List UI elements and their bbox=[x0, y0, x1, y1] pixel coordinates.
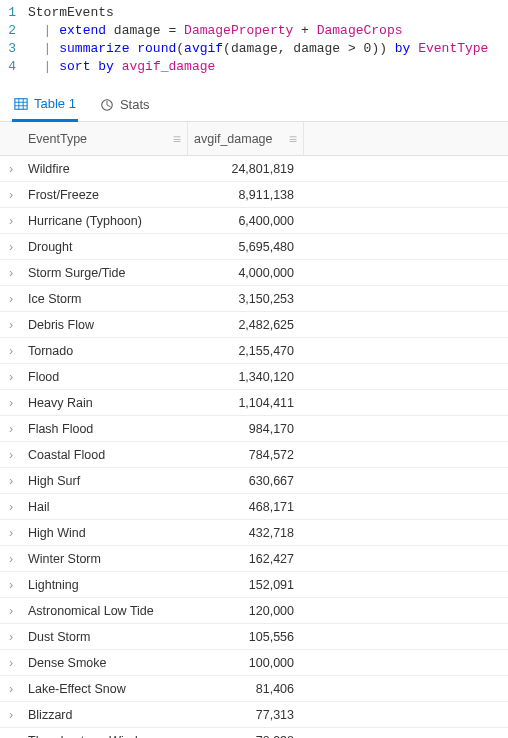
chevron-right-icon: › bbox=[9, 578, 13, 592]
chevron-right-icon: › bbox=[9, 422, 13, 436]
cell-event-type: Thunderstorm Wind bbox=[22, 734, 188, 739]
cell-avgif-damage: 2,155,470 bbox=[188, 344, 304, 358]
table-row[interactable]: ›Dense Smoke100,000 bbox=[0, 650, 508, 676]
chevron-right-icon: › bbox=[9, 708, 13, 722]
code-line[interactable]: 2 | extend damage = DamageProperty + Dam… bbox=[0, 22, 508, 40]
cell-event-type: Frost/Freeze bbox=[22, 188, 188, 202]
expand-row-button[interactable]: › bbox=[0, 630, 22, 644]
table-row[interactable]: ›Frost/Freeze8,911,138 bbox=[0, 182, 508, 208]
cell-avgif-damage: 432,718 bbox=[188, 526, 304, 540]
tab-table-label: Table 1 bbox=[34, 96, 76, 111]
table-row[interactable]: ›Hurricane (Typhoon)6,400,000 bbox=[0, 208, 508, 234]
chevron-right-icon: › bbox=[9, 500, 13, 514]
grid-body: ›Wildfire24,801,819›Frost/Freeze8,911,13… bbox=[0, 156, 508, 738]
expand-row-button[interactable]: › bbox=[0, 552, 22, 566]
cell-avgif-damage: 8,911,138 bbox=[188, 188, 304, 202]
cell-event-type: Coastal Flood bbox=[22, 448, 188, 462]
table-row[interactable]: ›Storm Surge/Tide4,000,000 bbox=[0, 260, 508, 286]
line-number: 4 bbox=[0, 58, 28, 76]
cell-avgif-damage: 4,000,000 bbox=[188, 266, 304, 280]
expand-row-button[interactable]: › bbox=[0, 500, 22, 514]
expand-row-button[interactable]: › bbox=[0, 396, 22, 410]
table-row[interactable]: ›Lightning152,091 bbox=[0, 572, 508, 598]
expand-row-button[interactable]: › bbox=[0, 292, 22, 306]
table-row[interactable]: ›Debris Flow2,482,625 bbox=[0, 312, 508, 338]
expand-row-button[interactable]: › bbox=[0, 344, 22, 358]
code-text[interactable]: | extend damage = DamageProperty + Damag… bbox=[28, 22, 508, 40]
table-row[interactable]: ›High Surf630,667 bbox=[0, 468, 508, 494]
expand-row-button[interactable]: › bbox=[0, 188, 22, 202]
cell-event-type: Lightning bbox=[22, 578, 188, 592]
cell-avgif-damage: 3,150,253 bbox=[188, 292, 304, 306]
chevron-right-icon: › bbox=[9, 474, 13, 488]
expand-row-button[interactable]: › bbox=[0, 656, 22, 670]
table-row[interactable]: ›Hail468,171 bbox=[0, 494, 508, 520]
cell-avgif-damage: 2,482,625 bbox=[188, 318, 304, 332]
expand-row-button[interactable]: › bbox=[0, 578, 22, 592]
table-row[interactable]: ›Drought5,695,480 bbox=[0, 234, 508, 260]
table-row[interactable]: ›Ice Storm3,150,253 bbox=[0, 286, 508, 312]
table-row[interactable]: ›Heavy Rain1,104,411 bbox=[0, 390, 508, 416]
tab-stats[interactable]: Stats bbox=[98, 90, 152, 121]
code-line[interactable]: 1StormEvents bbox=[0, 4, 508, 22]
expand-row-button[interactable]: › bbox=[0, 422, 22, 436]
code-text[interactable]: | summarize round(avgif(damage, damage >… bbox=[28, 40, 508, 58]
table-row[interactable]: ›Dust Storm105,556 bbox=[0, 624, 508, 650]
cell-event-type: High Surf bbox=[22, 474, 188, 488]
tab-table[interactable]: Table 1 bbox=[12, 90, 78, 122]
cell-avgif-damage: 100,000 bbox=[188, 656, 304, 670]
expand-row-button[interactable]: › bbox=[0, 448, 22, 462]
table-row[interactable]: ›Winter Storm162,427 bbox=[0, 546, 508, 572]
cell-event-type: Astronomical Low Tide bbox=[22, 604, 188, 618]
table-row[interactable]: ›High Wind432,718 bbox=[0, 520, 508, 546]
expand-row-button[interactable]: › bbox=[0, 162, 22, 176]
col-header-damage[interactable]: avgif_damage ≡ bbox=[188, 122, 304, 155]
table-row[interactable]: ›Coastal Flood784,572 bbox=[0, 442, 508, 468]
table-row[interactable]: ›Wildfire24,801,819 bbox=[0, 156, 508, 182]
expand-row-button[interactable]: › bbox=[0, 240, 22, 254]
chevron-right-icon: › bbox=[9, 370, 13, 384]
table-row[interactable]: ›Flood1,340,120 bbox=[0, 364, 508, 390]
hamburger-icon[interactable]: ≡ bbox=[173, 132, 181, 146]
cell-event-type: Storm Surge/Tide bbox=[22, 266, 188, 280]
table-row[interactable]: ›Tornado2,155,470 bbox=[0, 338, 508, 364]
expand-row-button[interactable]: › bbox=[0, 214, 22, 228]
expand-row-button[interactable]: › bbox=[0, 526, 22, 540]
cell-avgif-damage: 105,556 bbox=[188, 630, 304, 644]
table-row[interactable]: ›Lake-Effect Snow81,406 bbox=[0, 676, 508, 702]
cell-avgif-damage: 5,695,480 bbox=[188, 240, 304, 254]
expand-row-button[interactable]: › bbox=[0, 318, 22, 332]
cell-avgif-damage: 81,406 bbox=[188, 682, 304, 696]
cell-event-type: Ice Storm bbox=[22, 292, 188, 306]
chevron-right-icon: › bbox=[9, 344, 13, 358]
expand-row-button[interactable]: › bbox=[0, 604, 22, 618]
col-header-event[interactable]: EventType ≡ bbox=[22, 122, 188, 155]
cell-event-type: Blizzard bbox=[22, 708, 188, 722]
table-row[interactable]: ›Thunderstorm Wind72,938 bbox=[0, 728, 508, 738]
code-line[interactable]: 3 | summarize round(avgif(damage, damage… bbox=[0, 40, 508, 58]
cell-avgif-damage: 984,170 bbox=[188, 422, 304, 436]
cell-event-type: High Wind bbox=[22, 526, 188, 540]
cell-event-type: Heavy Rain bbox=[22, 396, 188, 410]
table-row[interactable]: ›Flash Flood984,170 bbox=[0, 416, 508, 442]
expand-row-button[interactable]: › bbox=[0, 474, 22, 488]
cell-event-type: Flash Flood bbox=[22, 422, 188, 436]
chevron-right-icon: › bbox=[9, 448, 13, 462]
expand-row-button[interactable]: › bbox=[0, 708, 22, 722]
expand-row-button[interactable]: › bbox=[0, 370, 22, 384]
cell-event-type: Winter Storm bbox=[22, 552, 188, 566]
cell-event-type: Hail bbox=[22, 500, 188, 514]
expand-row-button[interactable]: › bbox=[0, 734, 22, 739]
expand-row-button[interactable]: › bbox=[0, 682, 22, 696]
table-row[interactable]: ›Blizzard77,313 bbox=[0, 702, 508, 728]
hamburger-icon[interactable]: ≡ bbox=[289, 132, 297, 146]
expand-row-button[interactable]: › bbox=[0, 266, 22, 280]
cell-event-type: Wildfire bbox=[22, 162, 188, 176]
code-text[interactable]: | sort by avgif_damage bbox=[28, 58, 508, 76]
code-text[interactable]: StormEvents bbox=[28, 4, 508, 22]
code-editor[interactable]: 1StormEvents2 | extend damage = DamagePr… bbox=[0, 0, 508, 84]
table-row[interactable]: ›Astronomical Low Tide120,000 bbox=[0, 598, 508, 624]
cell-event-type: Dust Storm bbox=[22, 630, 188, 644]
code-line[interactable]: 4 | sort by avgif_damage bbox=[0, 58, 508, 76]
chevron-right-icon: › bbox=[9, 318, 13, 332]
